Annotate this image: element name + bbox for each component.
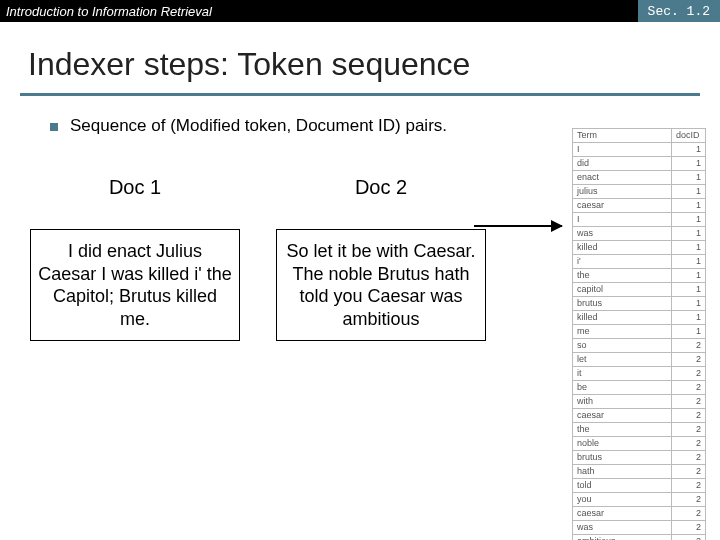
cell-term: me	[573, 325, 672, 339]
cell-docid: 1	[672, 199, 706, 213]
cell-term: killed	[573, 241, 672, 255]
table-row: me1	[573, 325, 706, 339]
table-row: told2	[573, 479, 706, 493]
table-row: caesar1	[573, 199, 706, 213]
table-row: the2	[573, 423, 706, 437]
doc2-column: Doc 2 So let it be with Caesar. The nobl…	[276, 176, 486, 341]
cell-term: i'	[573, 255, 672, 269]
table-row: noble2	[573, 437, 706, 451]
cell-term: you	[573, 493, 672, 507]
table-row: I1	[573, 143, 706, 157]
cell-term: caesar	[573, 199, 672, 213]
cell-term: I	[573, 143, 672, 157]
cell-docid: 1	[672, 297, 706, 311]
cell-docid: 2	[672, 535, 706, 541]
cell-term: capitol	[573, 283, 672, 297]
header-bar: Introduction to Information Retrieval Se…	[0, 0, 720, 22]
cell-term: ambitious	[573, 535, 672, 541]
table-row: you2	[573, 493, 706, 507]
cell-term: so	[573, 339, 672, 353]
cell-term: noble	[573, 437, 672, 451]
table-row: be2	[573, 381, 706, 395]
cell-term: it	[573, 367, 672, 381]
cell-docid: 2	[672, 451, 706, 465]
table-header-docid: docID	[672, 129, 706, 143]
cell-term: caesar	[573, 507, 672, 521]
token-table: Term docID I1did1enact1julius1caesar1I1w…	[572, 128, 706, 540]
table-row: so2	[573, 339, 706, 353]
table-row: let2	[573, 353, 706, 367]
cell-docid: 1	[672, 241, 706, 255]
cell-docid: 1	[672, 325, 706, 339]
table-row: with2	[573, 395, 706, 409]
table-row: caesar2	[573, 409, 706, 423]
header-left-title: Introduction to Information Retrieval	[0, 4, 212, 19]
table-row: julius1	[573, 185, 706, 199]
cell-term: be	[573, 381, 672, 395]
cell-term: the	[573, 269, 672, 283]
table-row: was1	[573, 227, 706, 241]
doc2-box: So let it be with Caesar. The noble Brut…	[276, 229, 486, 341]
cell-docid: 1	[672, 157, 706, 171]
doc1-column: Doc 1 I did enact Julius Caesar I was ki…	[30, 176, 240, 341]
cell-docid: 1	[672, 283, 706, 297]
header-section-badge: Sec. 1.2	[638, 0, 720, 22]
cell-term: I	[573, 213, 672, 227]
cell-docid: 2	[672, 521, 706, 535]
cell-term: let	[573, 353, 672, 367]
table-row: hath2	[573, 465, 706, 479]
table-row: capitol1	[573, 283, 706, 297]
table-row: I1	[573, 213, 706, 227]
cell-docid: 1	[672, 255, 706, 269]
cell-docid: 2	[672, 395, 706, 409]
cell-docid: 2	[672, 409, 706, 423]
slide-title: Indexer steps: Token sequence	[28, 46, 692, 83]
table-header-term: Term	[573, 129, 672, 143]
cell-term: with	[573, 395, 672, 409]
table-row: enact1	[573, 171, 706, 185]
table-row: killed1	[573, 311, 706, 325]
cell-docid: 2	[672, 507, 706, 521]
table-row: killed1	[573, 241, 706, 255]
cell-docid: 1	[672, 213, 706, 227]
cell-term: enact	[573, 171, 672, 185]
bullet-text: Sequence of (Modified token, Document ID…	[70, 116, 447, 136]
cell-docid: 1	[672, 227, 706, 241]
cell-docid: 1	[672, 185, 706, 199]
table-row: the1	[573, 269, 706, 283]
cell-docid: 2	[672, 381, 706, 395]
table-row: brutus1	[573, 297, 706, 311]
title-area: Indexer steps: Token sequence	[0, 22, 720, 89]
cell-term: hath	[573, 465, 672, 479]
cell-term: told	[573, 479, 672, 493]
arrow-icon	[474, 225, 562, 227]
table-row: ambitious2	[573, 535, 706, 541]
doc1-heading: Doc 1	[30, 176, 240, 199]
table-row: was2	[573, 521, 706, 535]
cell-docid: 2	[672, 479, 706, 493]
table-row: caesar2	[573, 507, 706, 521]
cell-docid: 2	[672, 367, 706, 381]
cell-docid: 2	[672, 353, 706, 367]
cell-docid: 2	[672, 423, 706, 437]
cell-term: was	[573, 521, 672, 535]
table-row: brutus2	[573, 451, 706, 465]
cell-term: brutus	[573, 297, 672, 311]
cell-docid: 1	[672, 269, 706, 283]
table-row: i'1	[573, 255, 706, 269]
cell-docid: 2	[672, 339, 706, 353]
table-row: it2	[573, 367, 706, 381]
cell-term: caesar	[573, 409, 672, 423]
doc2-heading: Doc 2	[276, 176, 486, 199]
cell-docid: 2	[672, 493, 706, 507]
cell-docid: 1	[672, 143, 706, 157]
cell-docid: 1	[672, 171, 706, 185]
cell-term: was	[573, 227, 672, 241]
cell-term: julius	[573, 185, 672, 199]
table-row: did1	[573, 157, 706, 171]
cell-term: brutus	[573, 451, 672, 465]
cell-docid: 1	[672, 311, 706, 325]
cell-docid: 2	[672, 465, 706, 479]
cell-docid: 2	[672, 437, 706, 451]
cell-term: did	[573, 157, 672, 171]
